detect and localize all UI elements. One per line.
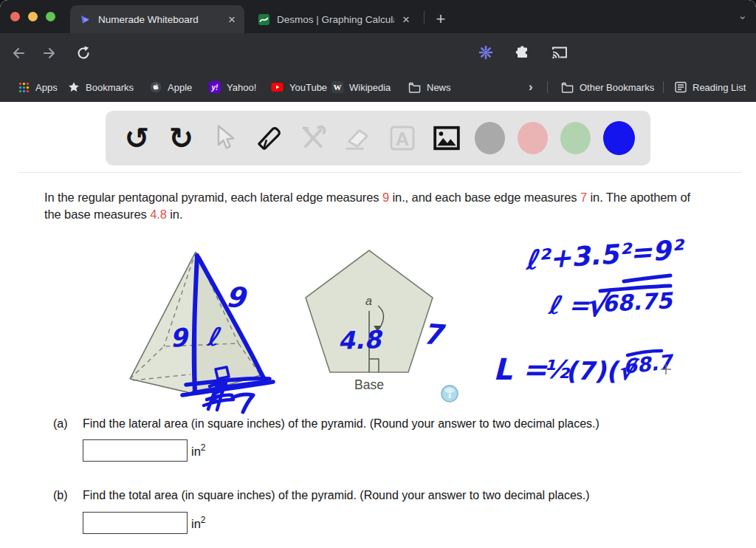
- image-tool-button[interactable]: [430, 119, 462, 157]
- back-arrow-icon: [14, 49, 24, 58]
- bookmark-yahoo[interactable]: y! Yahoo!: [209, 72, 256, 102]
- cast-icon: [551, 44, 568, 61]
- forward-arrow-icon: [44, 49, 54, 58]
- folder-icon: [561, 82, 574, 93]
- unit-label: in2: [191, 442, 206, 459]
- bookmark-wikipedia[interactable]: W Wikipedia: [331, 72, 391, 102]
- bookmark-youtube[interactable]: YouTube: [271, 72, 327, 102]
- color-swatch-green[interactable]: [560, 122, 591, 154]
- reading-list-icon: [675, 81, 687, 93]
- cast-button[interactable]: [550, 43, 569, 62]
- bookmark-label: News: [427, 82, 451, 93]
- bookmarks-overflow-chevron-icon[interactable]: ›: [529, 72, 533, 102]
- reload-button[interactable]: [74, 44, 93, 63]
- wikipedia-icon: W: [331, 81, 343, 93]
- bookmark-apps[interactable]: Apps: [18, 72, 58, 102]
- unit-label: in2: [191, 515, 206, 531]
- separator: [547, 81, 548, 93]
- yahoo-icon: y!: [209, 81, 221, 93]
- bookmark-label: Wikipedia: [349, 82, 391, 93]
- youtube-icon: [271, 82, 284, 92]
- other-bookmarks-button[interactable]: Other Bookmarks: [561, 72, 654, 102]
- base-edge-value: 7: [580, 191, 587, 204]
- question-b-text: Find the total area (in square inches) o…: [83, 489, 590, 502]
- numerade-favicon: [79, 13, 92, 26]
- color-swatch-pink[interactable]: [518, 122, 548, 154]
- browser-window: Numerade Whiteboard × Desmos | Graphing …: [0, 0, 756, 548]
- bookmark-label: Bookmarks: [86, 82, 134, 93]
- pen-tool-button[interactable]: [254, 119, 286, 157]
- other-bookmarks-label: Other Bookmarks: [580, 82, 654, 93]
- select-tool-button[interactable]: [210, 119, 241, 157]
- bookmark-label: YouTube: [289, 82, 327, 93]
- folder-icon: [408, 82, 421, 93]
- answer-input-a[interactable]: [83, 439, 188, 462]
- apothem-value: 4.8: [150, 208, 167, 221]
- star-icon: [68, 81, 80, 93]
- question-a-text: Find the lateral area (in square inches)…: [83, 417, 599, 431]
- zoom-window-button[interactable]: [46, 12, 55, 21]
- bookmark-news[interactable]: News: [408, 72, 451, 102]
- whiteboard-toolbar: ↺ ↻: [106, 111, 650, 165]
- question-a-label: (a): [53, 417, 69, 431]
- tab-desmos[interactable]: Desmos | Graphing Calculat ×: [249, 5, 419, 33]
- apple-icon: [150, 81, 162, 93]
- problem-line-1: In the regular pentagonal pyramid, each …: [44, 189, 731, 206]
- undo-button[interactable]: ↺: [121, 119, 153, 157]
- question-b-label: (b): [53, 489, 69, 502]
- tab-title: Desmos | Graphing Calculat: [277, 14, 394, 25]
- burst-extension-icon: [478, 44, 494, 61]
- problem-line-2: the base measures 4.8 in.: [44, 206, 731, 223]
- svg-text:y!: y!: [211, 83, 219, 92]
- tab-search-chevron-icon[interactable]: ⌄: [738, 9, 747, 22]
- address-toolbar: numerade.com/answers/whiteboard/: [0, 33, 756, 72]
- hammer-wrench-icon: [300, 124, 328, 152]
- bookmark-label: Apps: [35, 82, 58, 93]
- reading-list-label: Reading List: [693, 82, 746, 93]
- bookmark-label: Apple: [168, 82, 192, 93]
- cursor-icon: [214, 125, 236, 151]
- answer-row-b: in2: [83, 512, 206, 534]
- problem-statement: In the regular pentagonal pyramid, each …: [44, 189, 731, 223]
- question-b: (b) Find the total area (in square inche…: [53, 489, 590, 502]
- lateral-edge-value: 9: [382, 191, 389, 204]
- tab-close-icon[interactable]: ×: [401, 13, 411, 26]
- close-window-button[interactable]: [10, 12, 20, 21]
- page-content: ↺ ↻: [0, 102, 756, 548]
- bookmark-label: Yahoo!: [227, 82, 256, 93]
- question-a: (a) Find the lateral area (in square inc…: [53, 417, 599, 431]
- back-button[interactable]: [9, 44, 28, 63]
- text-tool-button[interactable]: A: [386, 119, 418, 157]
- color-swatch-blue-selected[interactable]: [603, 121, 635, 155]
- bookmark-apple[interactable]: Apple: [150, 72, 192, 102]
- reload-icon: [75, 45, 92, 61]
- answer-input-b[interactable]: [83, 512, 188, 534]
- redo-icon: ↻: [169, 123, 194, 153]
- tab-separator: [424, 11, 425, 24]
- separator: [663, 81, 664, 93]
- svg-text:W: W: [334, 83, 342, 92]
- reading-list-button[interactable]: Reading List: [675, 72, 746, 102]
- divider: [18, 172, 742, 173]
- image-icon: [432, 124, 461, 152]
- extensions-menu-button[interactable]: [513, 43, 532, 62]
- svg-text:A: A: [396, 129, 409, 149]
- tab-title: Numerade Whiteboard: [98, 14, 220, 25]
- tab-numerade-whiteboard[interactable]: Numerade Whiteboard ×: [70, 5, 244, 33]
- text-tool-icon: A: [388, 124, 416, 152]
- tab-strip: Numerade Whiteboard × Desmos | Graphing …: [0, 0, 756, 33]
- shapes-tool-button[interactable]: [298, 119, 330, 157]
- eraser-tool-button[interactable]: [343, 119, 374, 157]
- extension-button[interactable]: [476, 43, 495, 62]
- undo-icon: ↺: [125, 123, 150, 153]
- desmos-favicon: [258, 13, 270, 26]
- redo-button[interactable]: ↻: [165, 119, 197, 157]
- tab-close-icon[interactable]: ×: [227, 13, 237, 26]
- macos-traffic-lights: [10, 12, 55, 21]
- new-tab-button[interactable]: +: [430, 9, 451, 30]
- color-swatch-gray[interactable]: [475, 122, 505, 154]
- bookmark-bookmarks[interactable]: Bookmarks: [68, 72, 134, 102]
- forward-button[interactable]: [40, 44, 59, 63]
- puzzle-icon: [515, 44, 531, 61]
- minimize-window-button[interactable]: [28, 12, 38, 21]
